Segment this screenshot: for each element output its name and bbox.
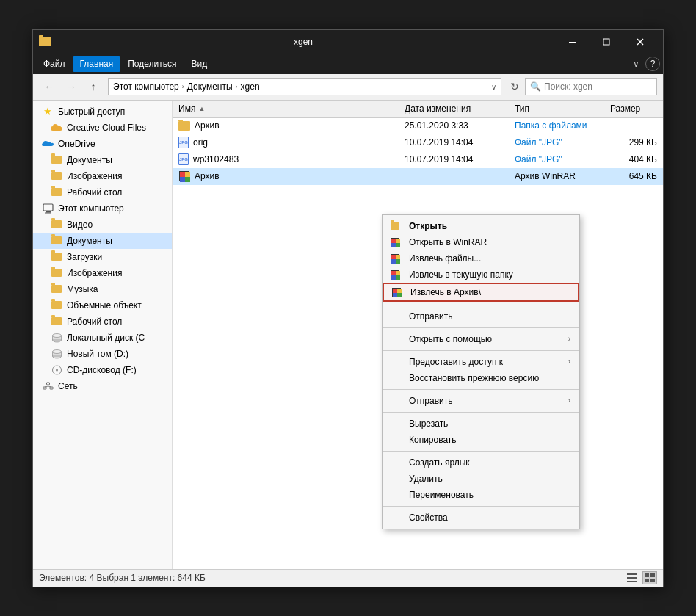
col-header-name[interactable]: Имя ▲ <box>173 101 399 116</box>
sidebar-label-desktop-2: Рабочий стол <box>67 316 122 327</box>
table-row[interactable]: Архив Архив WinRAR 645 КБ <box>173 168 663 185</box>
sidebar-item-cd[interactable]: CD-дисковод (F:) <box>33 362 172 378</box>
ctx-copy[interactable]: Копировать <box>383 432 579 448</box>
rar-icon-row-3 <box>178 170 190 182</box>
tile-view-button[interactable] <box>642 571 657 584</box>
ctx-extract-archive[interactable]: Извлечь в Архив\ <box>383 283 579 302</box>
ctx-properties[interactable]: Свойства <box>383 510 579 526</box>
detail-view-button[interactable] <box>625 571 639 584</box>
sidebar-item-desktop-1[interactable]: Рабочий стол <box>33 184 172 200</box>
close-button[interactable] <box>623 30 657 54</box>
sidebar-label-music: Музыка <box>67 284 98 294</box>
ctx-restore[interactable]: Восстановить прежнюю версию <box>383 370 579 386</box>
maximize-button[interactable] <box>590 30 623 54</box>
breadcrumb: Этот компьютер › Документы › xgen <box>113 81 260 92</box>
ctx-rename[interactable]: Переименовать <box>383 487 579 503</box>
ctx-open-winrar[interactable]: Открыть в WinRAR <box>383 234 579 250</box>
ctx-shortcut-icon <box>388 456 402 469</box>
col-header-size[interactable]: Размер <box>604 101 663 116</box>
window-icon <box>39 37 51 46</box>
ctx-share[interactable]: Предоставить доступ к › <box>383 354 579 370</box>
forward-button[interactable]: → <box>61 76 81 97</box>
minimize-button[interactable] <box>556 30 590 54</box>
sidebar-item-video[interactable]: Видео <box>33 217 172 233</box>
sidebar-item-this-pc[interactable]: Этот компьютер <box>33 200 172 217</box>
folder-icon-docs <box>51 235 62 247</box>
ctx-cut[interactable]: Вырезать <box>383 416 579 432</box>
menu-file[interactable]: Файл <box>36 56 73 72</box>
file-cell-name-0: Архив <box>173 120 399 131</box>
sidebar-label-this-pc: Этот компьютер <box>58 203 124 214</box>
ctx-send-2[interactable]: Отправить › <box>383 393 579 409</box>
table-row[interactable]: JPG orig 10.07.2019 14:04 Файл "JPG" 299… <box>173 134 663 151</box>
sidebar-item-onedrive[interactable]: OneDrive <box>33 136 172 152</box>
svg-rect-0 <box>569 42 576 43</box>
up-button[interactable]: ↑ <box>83 76 104 97</box>
ctx-extract-files[interactable]: Извлечь файлы... <box>383 250 579 267</box>
ctx-rename-icon <box>388 488 402 501</box>
file-cell-type-1: Файл "JPG" <box>509 137 604 148</box>
menu-expand-icon[interactable]: ∨ <box>630 56 642 72</box>
sidebar-item-quick-access[interactable]: ★ Быстрый доступ <box>33 104 172 120</box>
sidebar-item-3d[interactable]: Объемные объект <box>33 297 172 314</box>
onedrive-icon <box>42 138 54 150</box>
table-row[interactable]: Архив 25.01.2020 3:33 Папка с файлами <box>173 118 663 134</box>
svg-rect-24 <box>645 573 649 577</box>
svg-rect-1 <box>603 39 609 45</box>
jpg-icon-row-2: JPG <box>178 153 189 165</box>
table-row[interactable]: JPG wp3102483 10.07.2019 14:04 Файл "JPG… <box>173 151 663 168</box>
menu-bar: Файл Главная Поделиться Вид ∨ ? <box>33 54 663 74</box>
file-cell-size-3: 645 КБ <box>604 170 663 182</box>
svg-line-19 <box>45 386 48 387</box>
address-bar[interactable]: Этот компьютер › Документы › xgen ∨ <box>108 78 501 95</box>
ctx-create-shortcut[interactable]: Создать ярлык <box>383 454 579 471</box>
menu-help-button[interactable]: ? <box>645 57 660 71</box>
svg-rect-25 <box>650 573 655 577</box>
sidebar-item-docs-1[interactable]: Документы <box>33 152 172 168</box>
sidebar-item-desktop-2[interactable]: Рабочий стол <box>33 314 172 330</box>
sidebar-label-network: Сеть <box>58 381 78 391</box>
refresh-button[interactable]: ↻ <box>506 78 523 95</box>
ctx-arrow-open-with: › <box>568 335 570 343</box>
title-bar: xgen <box>33 30 663 54</box>
svg-line-20 <box>48 386 51 387</box>
folder-icon-1 <box>51 154 62 166</box>
sidebar-item-images-1[interactable]: Изображения <box>33 168 172 184</box>
file-cell-name-2: JPG wp3102483 <box>173 153 399 166</box>
sidebar-item-docs-active[interactable]: Документы <box>33 233 172 249</box>
breadcrumb-item-2[interactable]: xgen <box>241 81 260 92</box>
sidebar-item-network[interactable]: Сеть <box>33 378 172 394</box>
sort-arrow-name: ▲ <box>198 105 205 112</box>
back-button[interactable]: ← <box>39 76 59 97</box>
menu-share[interactable]: Поделиться <box>120 56 184 72</box>
ctx-delete[interactable]: Удалить <box>383 471 579 487</box>
address-dropdown-icon[interactable]: ∨ <box>491 83 496 91</box>
sidebar-item-images-2[interactable]: Изображения <box>33 265 172 281</box>
sidebar-item-creative-cloud[interactable]: Creative Cloud Files <box>33 120 172 136</box>
breadcrumb-item-1[interactable]: Документы <box>187 81 233 92</box>
search-input[interactable] <box>544 81 652 92</box>
sidebar-item-downloads[interactable]: Загрузки <box>33 249 172 265</box>
ctx-extract-here[interactable]: Извлечь в текущую папку <box>383 267 579 283</box>
sidebar-label-video: Видео <box>67 220 93 230</box>
menu-view[interactable]: Вид <box>184 56 214 72</box>
menu-home[interactable]: Главная <box>73 56 121 72</box>
sidebar-label-downloads: Загрузки <box>67 252 102 262</box>
folder-icon-desktop-2 <box>51 316 62 327</box>
ctx-open-with[interactable]: Открыть с помощью › <box>383 331 579 347</box>
folder-icon-video <box>51 219 62 231</box>
ctx-sep-3 <box>383 350 579 351</box>
ctx-arrow-share: › <box>568 358 570 366</box>
ctx-restore-icon <box>388 372 402 385</box>
breadcrumb-item-0[interactable]: Этот компьютер <box>113 81 179 92</box>
ctx-open[interactable]: Открыть <box>383 218 579 234</box>
ctx-send-1[interactable]: Отправить <box>383 308 579 325</box>
col-header-type[interactable]: Тип <box>509 101 604 116</box>
file-cell-size-0 <box>604 125 663 126</box>
sidebar-item-local-disk[interactable]: Локальный диск (С <box>33 330 172 346</box>
col-header-date[interactable]: Дата изменения <box>399 101 509 116</box>
ctx-send-icon-1 <box>388 310 402 323</box>
sidebar-item-music[interactable]: Музыка <box>33 281 172 297</box>
sidebar-item-drive-d[interactable]: Новый том (D:) <box>33 346 172 362</box>
title-bar-left <box>39 37 51 46</box>
